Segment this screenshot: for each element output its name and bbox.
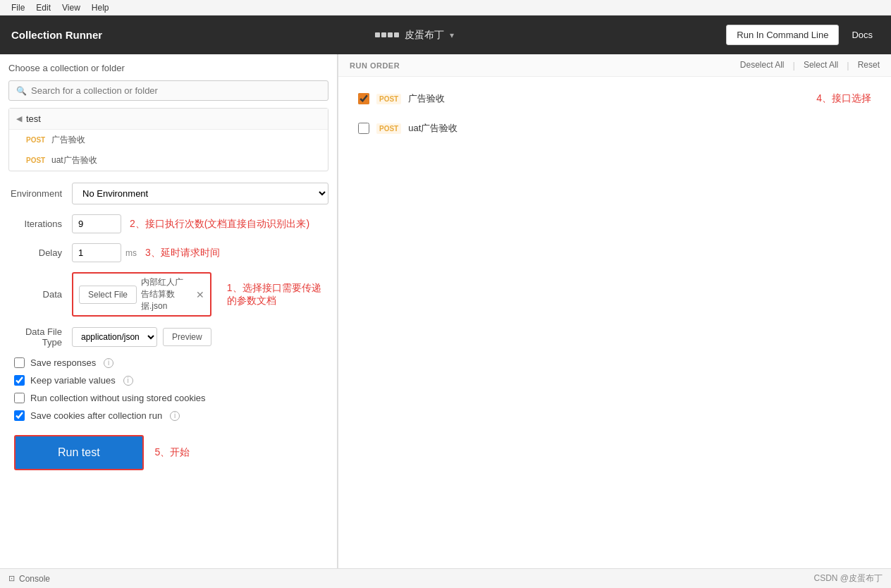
tree-item-name-0: 广告验收 xyxy=(51,134,85,146)
save-cookies-label: Save cookies after collection run xyxy=(30,410,162,421)
console-label[interactable]: Console xyxy=(19,574,50,584)
environment-control: No Environment xyxy=(72,183,328,204)
titlebar-actions: Run In Command Line Docs xyxy=(726,25,880,45)
no-cookies-row: Run collection without using stored cook… xyxy=(8,393,328,403)
environment-label: Environment xyxy=(8,188,72,199)
keep-variable-label: Keep variable values xyxy=(30,375,116,386)
run-annotation: 5、开始 xyxy=(155,446,190,459)
tree-folder-name: test xyxy=(26,114,41,124)
run-order-actions: Deselect All | Select All | Reset xyxy=(740,60,880,71)
app-title: Collection Runner xyxy=(11,29,102,41)
docs-button[interactable]: Docs xyxy=(844,25,880,44)
main-layout: Choose a collection or folder 🔍 ◀ test P… xyxy=(0,54,891,568)
post-badge-0: POST xyxy=(26,136,46,144)
divider-1: | xyxy=(793,60,795,71)
environment-select[interactable]: No Environment xyxy=(72,183,328,204)
search-icon: 🔍 xyxy=(16,86,27,96)
deselect-all-button[interactable]: Deselect All xyxy=(740,60,785,71)
tree-item-0[interactable]: POST 广告验收 xyxy=(9,130,328,150)
save-responses-info-icon[interactable]: i xyxy=(104,358,113,368)
statusbar: ⊡ Console CSDN @皮蛋布丁 xyxy=(0,568,891,588)
search-input[interactable] xyxy=(31,85,321,96)
run-item-0: POST 广告验收 4、接口选择 xyxy=(350,85,880,112)
run-item-annotation-0: 4、接口选择 xyxy=(816,92,871,105)
delay-label: Delay xyxy=(8,247,72,258)
tree-item-name-1: uat广告验收 xyxy=(51,154,97,166)
run-item-checkbox-1[interactable] xyxy=(358,123,369,134)
data-file-type-row: Data File Type application/json Preview xyxy=(8,326,328,348)
run-list: POST 广告验收 4、接口选择 POST uat广告验收 xyxy=(338,77,891,153)
no-cookies-label: Run collection without using stored cook… xyxy=(30,393,206,403)
preview-button[interactable]: Preview xyxy=(163,328,211,346)
data-file-box: Select File 内部红人广告结算数据.json ✕ xyxy=(72,272,211,317)
menu-file[interactable]: File xyxy=(6,3,30,13)
select-file-button[interactable]: Select File xyxy=(79,286,137,304)
right-panel: RUN ORDER Deselect All | Select All | Re… xyxy=(338,54,891,568)
data-annotation: 1、选择接口需要传递的参数文档 xyxy=(227,282,328,307)
run-item-name-0: 广告验收 xyxy=(408,92,804,105)
iterations-annotation: 2、接口执行次数(文档直接自动识别出来) xyxy=(130,218,309,231)
delay-unit: ms xyxy=(125,248,137,258)
run-item-post-1: POST xyxy=(376,123,401,134)
choose-label: Choose a collection or folder xyxy=(8,63,328,73)
iterations-row: Iterations 2、接口执行次数(文档直接自动识别出来) xyxy=(8,214,328,233)
run-command-line-button[interactable]: Run In Command Line xyxy=(726,25,839,45)
file-name: 内部红人广告结算数据.json xyxy=(141,276,192,312)
save-responses-checkbox[interactable] xyxy=(14,357,25,368)
run-item-name-1: uat广告验收 xyxy=(408,122,871,135)
titlebar: Collection Runner 皮蛋布丁 ▾ Run In Command … xyxy=(0,16,891,54)
menu-edit[interactable]: Edit xyxy=(30,3,56,13)
reset-button[interactable]: Reset xyxy=(858,60,880,71)
environment-row: Environment No Environment xyxy=(8,183,328,204)
collection-tree: ◀ test POST 广告验收 POST uat广告验收 xyxy=(8,108,328,171)
no-cookies-checkbox[interactable] xyxy=(14,393,25,403)
workspace-name[interactable]: 皮蛋布丁 xyxy=(405,29,444,42)
save-cookies-checkbox[interactable] xyxy=(14,410,25,421)
keep-variable-info-icon[interactable]: i xyxy=(123,376,133,386)
delay-row: Delay ms 3、延时请求时间 xyxy=(8,243,328,262)
search-box: 🔍 xyxy=(8,80,328,101)
run-order-header: RUN ORDER Deselect All | Select All | Re… xyxy=(338,54,891,77)
menu-view[interactable]: View xyxy=(56,3,86,13)
run-order-title: RUN ORDER xyxy=(350,61,400,70)
data-row: Data Select File 内部红人广告结算数据.json ✕ 1、选择接… xyxy=(8,272,328,317)
data-file-type-label: Data File Type xyxy=(8,326,72,348)
workspace-icon xyxy=(375,32,399,37)
workspace-chevron-icon[interactable]: ▾ xyxy=(450,30,454,40)
statusbar-credit: CSDN @皮蛋布丁 xyxy=(813,572,883,584)
save-cookies-info-icon[interactable]: i xyxy=(170,411,180,421)
run-btn-container: Run test 5、开始 xyxy=(8,435,328,470)
titlebar-center: 皮蛋布丁 ▾ xyxy=(102,29,726,42)
tree-folder-test[interactable]: ◀ test xyxy=(9,109,328,130)
keep-variable-checkbox[interactable] xyxy=(14,375,25,386)
menu-help[interactable]: Help xyxy=(86,3,115,13)
data-label: Data xyxy=(8,289,72,300)
run-test-button[interactable]: Run test xyxy=(14,435,144,470)
delay-input[interactable] xyxy=(72,243,121,262)
file-clear-icon[interactable]: ✕ xyxy=(196,289,204,300)
save-responses-label: Save responses xyxy=(30,357,96,368)
run-item-1: POST uat广告验收 xyxy=(350,115,880,142)
iterations-input[interactable] xyxy=(72,214,121,233)
keep-variable-row: Keep variable values i xyxy=(8,375,328,386)
tree-arrow-icon: ◀ xyxy=(16,114,22,123)
console-icon: ⊡ xyxy=(8,574,15,583)
data-control: Select File 内部红人广告结算数据.json ✕ 1、选择接口需要传递… xyxy=(72,272,328,317)
post-badge-1: POST xyxy=(26,157,46,164)
delay-annotation: 3、延时请求时间 xyxy=(145,247,220,259)
tree-item-1[interactable]: POST uat广告验收 xyxy=(9,150,328,171)
menubar: File Edit View Help xyxy=(0,0,891,16)
save-responses-row: Save responses i xyxy=(8,357,328,368)
iterations-label: Iterations xyxy=(8,219,72,229)
run-item-checkbox-0[interactable] xyxy=(358,93,369,104)
file-type-select[interactable]: application/json xyxy=(72,327,157,347)
divider-2: | xyxy=(847,60,849,71)
statusbar-left: ⊡ Console xyxy=(8,574,50,584)
data-type-control: application/json Preview xyxy=(72,327,328,347)
select-all-button[interactable]: Select All xyxy=(804,60,838,71)
iterations-control: 2、接口执行次数(文档直接自动识别出来) xyxy=(72,214,328,233)
save-cookies-row: Save cookies after collection run i xyxy=(8,410,328,421)
run-item-post-0: POST xyxy=(376,94,401,104)
delay-control: ms 3、延时请求时间 xyxy=(72,243,328,262)
left-panel: Choose a collection or folder 🔍 ◀ test P… xyxy=(0,54,338,568)
